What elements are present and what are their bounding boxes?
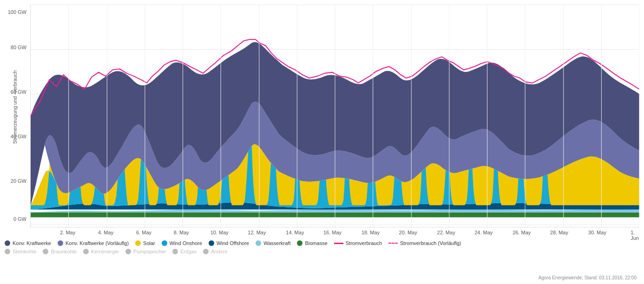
legend-label-stromverbrauch-vorl: Stromverbrauch (Vorläuflg) xyxy=(400,240,461,246)
legend-dot-konv xyxy=(5,240,10,246)
legend-steinkohle: Steinkohle xyxy=(5,249,36,254)
legend-label-kernenergie: Kernenergie xyxy=(91,249,119,254)
chart-container: Stromerzeugung und -verbrauch 100 GW 80 … xyxy=(0,0,644,284)
legend-label-stromverbrauch: Stromverbrauch xyxy=(346,240,382,246)
x-tick-6may: 6. May xyxy=(136,230,151,235)
legend-line-stromverbrauch xyxy=(334,243,343,244)
legend-dot-braunkohle xyxy=(43,249,48,254)
legend-wasserkraft: Wasserkraft xyxy=(256,240,290,246)
legend-dot-pumpspeicher xyxy=(125,249,131,254)
y-tick-80: 80 GW xyxy=(3,45,26,50)
plot-area xyxy=(30,5,639,227)
legend-label-wind-onshore: Wind Onshore xyxy=(170,240,202,246)
legend-konv: Konv. Kraftwerke xyxy=(5,240,51,246)
chart-area: Stromerzeugung und -verbrauch 100 GW 80 … xyxy=(0,5,639,227)
y-tick-60: 60 GW xyxy=(3,89,26,95)
legend-andere: Andere xyxy=(203,249,227,254)
legend-label-erdgas: Erdgas xyxy=(180,249,197,254)
legend-label-konv: Konv. Kraftwerke xyxy=(13,240,51,246)
legend-dot-biomasse xyxy=(297,240,302,246)
legend-kernenergie: Kernenergie xyxy=(83,249,119,254)
y-tick-0: 0 GW xyxy=(3,216,26,222)
legend-dot-wind-onshore xyxy=(162,240,167,246)
legend-label-pumpspeicher: Pumpspeicher xyxy=(133,249,166,254)
x-tick-8may: 8. May xyxy=(174,230,189,235)
x-tick-26may: 26. May xyxy=(513,230,531,235)
x-tick-24may: 24. May xyxy=(474,230,493,235)
legend-dot-erdgas xyxy=(172,249,178,254)
legend-label-steinkohle: Steinkohle xyxy=(13,249,36,254)
legend-braunkohle: Braunkohle xyxy=(43,249,77,254)
legend-label-solar: Solar xyxy=(143,240,155,246)
legend-dot-solar xyxy=(135,240,141,246)
y-axis: Stromerzeugung und -verbrauch 100 GW 80 … xyxy=(0,5,30,227)
legend-dot-wind-offshore xyxy=(209,240,214,246)
legend-dot-konv-vorl xyxy=(58,240,63,246)
legend-label-wasserkraft: Wasserkraft xyxy=(263,240,290,246)
footer-text: Agora Energiewende; Stand: 03.11.2016, 2… xyxy=(539,275,637,280)
legend-label-biomasse: Biomasse xyxy=(305,240,327,246)
legend-label-konv-vorl: Konv. Kraftwerke (Vorläuflg) xyxy=(66,240,129,246)
x-tick-30may: 30. May xyxy=(588,230,606,235)
legend-dot-wasserkraft xyxy=(256,240,261,246)
legend-konv-vorl: Konv. Kraftwerke (Vorläuflg) xyxy=(58,240,129,246)
x-tick-10may: 10. May xyxy=(210,230,229,235)
y-tick-100: 100 GW xyxy=(3,9,26,15)
legend-dot-andere xyxy=(203,249,209,254)
legend-dot-kernenergie xyxy=(83,249,89,254)
x-tick-12may: 12. May xyxy=(248,230,266,235)
legend-row-1: Konv. Kraftwerke Konv. Kraftwerke (Vorlä… xyxy=(5,240,639,246)
legend-stromverbrauch: Stromverbrauch xyxy=(334,240,382,246)
x-tick-1jun: 1. Jun xyxy=(631,230,639,241)
legend-erdgas: Erdgas xyxy=(172,249,197,254)
chart-svg xyxy=(31,5,639,227)
legend-biomasse: Biomasse xyxy=(297,240,327,246)
y-tick-40: 40 GW xyxy=(3,134,26,139)
legend-label-andere: Andere xyxy=(211,249,227,254)
x-tick-14may: 14. May xyxy=(286,230,304,235)
x-tick-22may: 22. May xyxy=(437,230,455,235)
legend-pumpspeicher: Pumpspeicher xyxy=(125,249,166,254)
x-tick-28may: 28. May xyxy=(550,230,568,235)
legend-wind-offshore: Wind Offshore xyxy=(209,240,249,246)
legend-label-braunkohle: Braunkohle xyxy=(51,249,77,254)
x-tick-16may: 16. May xyxy=(323,230,342,235)
legend-stromverbrauch-vorl: Stromverbrauch (Vorläuflg) xyxy=(388,240,461,246)
x-tick-4may: 4. May xyxy=(98,230,113,235)
x-tick-20may: 20. May xyxy=(399,230,417,235)
x-tick-2may: 2. May xyxy=(60,230,75,235)
legend-dashed-stromverbrauch-vorl xyxy=(388,243,398,244)
legend-row-2: Steinkohle Braunkohle Kernenergie Pumpsp… xyxy=(5,249,639,254)
x-tick-18may: 18. May xyxy=(361,230,380,235)
legend-solar: Solar xyxy=(135,240,155,246)
x-axis: 2. May 4. May 6. May 8. May 10. May 12. … xyxy=(30,227,635,237)
legend-label-wind-offshore: Wind Offshore xyxy=(217,240,249,246)
legend-dot-steinkohle xyxy=(5,249,10,254)
y-tick-20: 20 GW xyxy=(3,178,26,184)
legend-wind-onshore: Wind Onshore xyxy=(162,240,202,246)
legend-area: Konv. Kraftwerke Konv. Kraftwerke (Vorlä… xyxy=(5,240,639,254)
